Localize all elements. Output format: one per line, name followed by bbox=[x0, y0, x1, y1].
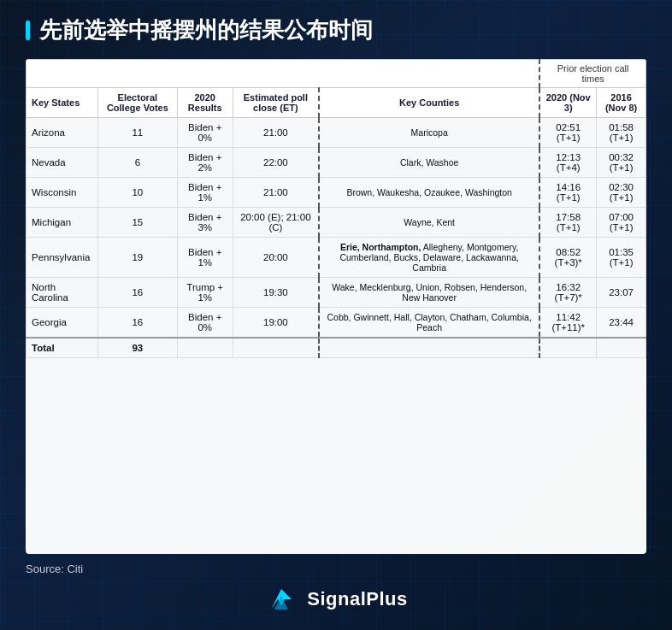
results: Biden + 1% bbox=[177, 238, 233, 278]
key-counties: Cobb, Gwinnett, Hall, Clayton, Chatham, … bbox=[319, 308, 539, 339]
est-close: 20:00 (E); 21:00 (C) bbox=[233, 208, 319, 238]
table-row: North Carolina 16 Trump + 1% 19:30 Wake,… bbox=[27, 278, 646, 308]
table-row: Nevada 6 Biden + 2% 22:00 Clark, Washoe … bbox=[27, 148, 646, 178]
key-counties: Wayne, Kent bbox=[319, 208, 539, 238]
est-close: 22:00 bbox=[233, 148, 319, 178]
main-container: 先前选举中摇摆州的结果公布时间 Prior election call time… bbox=[0, 0, 672, 630]
table-row: Wisconsin 10 Biden + 1% 21:00 Brown, Wau… bbox=[27, 178, 646, 208]
state-name: North Carolina bbox=[27, 278, 98, 308]
nov8-time: 00:32 (T+1) bbox=[597, 148, 646, 178]
nov3-time: 02:51 (T+1) bbox=[539, 118, 596, 148]
key-counties: Brown, Waukesha, Ozaukee, Washington bbox=[319, 178, 539, 208]
table-row: Total 93 bbox=[27, 338, 646, 358]
nov8-th: 2016 (Nov 8) bbox=[597, 88, 646, 118]
nov8-time: 02:30 (T+1) bbox=[597, 178, 646, 208]
table-wrapper: Prior election call times Key States Ele… bbox=[26, 59, 646, 554]
electoral-votes: 10 bbox=[97, 178, 177, 208]
nov3-time: 16:32 (T+7)* bbox=[539, 278, 596, 308]
nov3-time: 14:16 (T+1) bbox=[539, 178, 596, 208]
key-counties: Erie, Northampton, Allegheny, Montgomery… bbox=[319, 238, 539, 278]
results: Biden + 3% bbox=[177, 208, 233, 238]
nov3-time: 12:13 (T+4) bbox=[539, 148, 596, 178]
key-counties: Maricopa bbox=[319, 118, 539, 148]
state-name: Nevada bbox=[27, 148, 98, 178]
nov3-time: 08:52 (T+3)* bbox=[539, 238, 596, 278]
results: Trump + 1% bbox=[177, 278, 233, 308]
nov3-time: 11:42 (T+11)* bbox=[539, 308, 596, 339]
header-row-main: Key States Electoral College Votes 2020 … bbox=[27, 88, 646, 118]
results-th: 2020 Results bbox=[177, 88, 233, 118]
nov8-time: 01:58 (T+1) bbox=[597, 118, 646, 148]
electoral-votes: 15 bbox=[97, 208, 177, 238]
est-poll-th: Estimated poll close (ET) bbox=[233, 88, 319, 118]
est-close: 21:00 bbox=[233, 118, 319, 148]
electoral-votes: 6 bbox=[97, 148, 177, 178]
state-name: Georgia bbox=[27, 308, 98, 339]
title-section: 先前选举中摇摆州的结果公布时间 bbox=[26, 17, 646, 44]
logo-section: SignalPlus bbox=[26, 586, 646, 613]
key-counties: Wake, Mecklenburg, Union, Robsen, Hender… bbox=[319, 278, 539, 308]
electoral-votes: 19 bbox=[97, 238, 177, 278]
results: Biden + 1% bbox=[177, 178, 233, 208]
est-close: 19:00 bbox=[233, 308, 319, 339]
table-body: Arizona 11 Biden + 0% 21:00 Maricopa 02:… bbox=[27, 118, 646, 358]
state-name: Arizona bbox=[27, 118, 98, 148]
total-electoral: 93 bbox=[97, 338, 177, 358]
signalplus-logo-icon bbox=[264, 586, 298, 613]
electoral-votes: 11 bbox=[97, 118, 177, 148]
electoral-votes: 16 bbox=[97, 308, 177, 339]
nov8-time: 23:07 bbox=[597, 278, 646, 308]
table-row: Pennsylvania 19 Biden + 1% 20:00 Erie, N… bbox=[27, 238, 646, 278]
electoral-th: Electoral College Votes bbox=[97, 88, 177, 118]
nov3-time: 17:58 (T+1) bbox=[539, 208, 596, 238]
est-close: 20:00 bbox=[233, 238, 319, 278]
key-counties: Clark, Washoe bbox=[319, 148, 539, 178]
table-row: Michigan 15 Biden + 3% 20:00 (E); 21:00 … bbox=[27, 208, 646, 238]
nov3-th: 2020 (Nov 3) bbox=[539, 88, 596, 118]
state-name: Wisconsin bbox=[27, 178, 98, 208]
results: Biden + 0% bbox=[177, 118, 233, 148]
state-name: Michigan bbox=[27, 208, 98, 238]
est-close: 21:00 bbox=[233, 178, 319, 208]
header-row-top: Prior election call times bbox=[27, 60, 646, 88]
total-label: Total bbox=[27, 338, 98, 358]
table-row: Arizona 11 Biden + 0% 21:00 Maricopa 02:… bbox=[27, 118, 646, 148]
page-title: 先前选举中摇摆州的结果公布时间 bbox=[39, 17, 646, 44]
empty-top-header bbox=[27, 60, 540, 88]
results: Biden + 0% bbox=[177, 308, 233, 339]
table-row: Georgia 16 Biden + 0% 19:00 Cobb, Gwinne… bbox=[27, 308, 646, 339]
results: Biden + 2% bbox=[177, 148, 233, 178]
est-close: 19:30 bbox=[233, 278, 319, 308]
source-text: Source: Citi bbox=[26, 562, 646, 575]
electoral-votes: 16 bbox=[97, 278, 177, 308]
nov8-time: 07:00 (T+1) bbox=[597, 208, 646, 238]
election-table: Prior election call times Key States Ele… bbox=[26, 59, 646, 358]
nov8-time: 01:35 (T+1) bbox=[597, 238, 646, 278]
logo-text: SignalPlus bbox=[307, 588, 407, 610]
nov8-time: 23:44 bbox=[597, 308, 646, 339]
prior-election-header: Prior election call times bbox=[539, 60, 645, 88]
key-counties-th: Key Counties bbox=[319, 88, 539, 118]
key-states-th: Key States bbox=[27, 88, 98, 118]
state-name: Pennsylvania bbox=[27, 238, 98, 278]
